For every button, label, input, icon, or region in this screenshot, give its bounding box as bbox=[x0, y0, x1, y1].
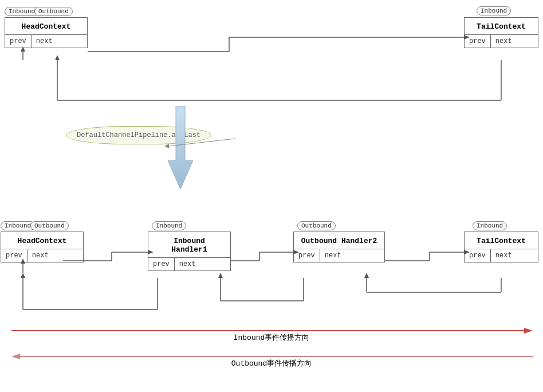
outbound-handler2: Outbound Handler2 prev next bbox=[293, 232, 385, 262]
top-head-context: HeadContext prev next bbox=[5, 17, 88, 48]
top-tail-prev: prev bbox=[465, 35, 491, 48]
svg-marker-8 bbox=[55, 55, 60, 60]
down-arrow bbox=[163, 106, 198, 192]
bot-tail-next: next bbox=[491, 249, 517, 262]
inbound-handler1: InboundHandler1 prev next bbox=[148, 232, 231, 271]
inbound-handler1-next: next bbox=[175, 258, 200, 271]
outbound-handler2-title: Outbound Handler2 bbox=[294, 232, 384, 249]
outbound-handler2-prev: prev bbox=[294, 249, 320, 262]
diagram: Inbound Outbound Inbound HeadContext pre… bbox=[0, 0, 543, 392]
bot-mid-inbound-tag: Inbound bbox=[152, 221, 186, 230]
svg-marker-30 bbox=[218, 273, 223, 278]
top-tail-context: TailContext prev next bbox=[464, 17, 538, 48]
inbound-handler1-prev: prev bbox=[148, 258, 175, 271]
svg-marker-0 bbox=[168, 106, 193, 189]
bot-mid-outbound-tag: Outbound bbox=[297, 221, 336, 230]
bot-tail-prev: prev bbox=[465, 249, 491, 262]
bot-outbound-tag: Outbound bbox=[30, 221, 69, 230]
bot-head-context-title: HeadContext bbox=[1, 232, 83, 249]
top-tail-context-title: TailContext bbox=[465, 18, 538, 35]
top-head-context-title: HeadContext bbox=[5, 18, 87, 35]
top-head-prev: prev bbox=[5, 35, 32, 48]
top-right-inbound-tag: Inbound bbox=[477, 6, 511, 15]
inbound-handler1-title: InboundHandler1 bbox=[148, 232, 230, 258]
bot-head-next: next bbox=[27, 249, 53, 262]
top-head-next: next bbox=[32, 35, 57, 48]
bot-tail-context: TailContext prev next bbox=[464, 232, 538, 262]
inbound-direction-label: Inbound事件传播方向 bbox=[0, 332, 543, 343]
svg-marker-34 bbox=[21, 273, 25, 278]
bot-head-prev: prev bbox=[1, 249, 27, 262]
top-outbound-tag: Outbound bbox=[34, 7, 73, 16]
top-tail-next: next bbox=[491, 35, 517, 48]
bot-tail-context-title: TailContext bbox=[465, 232, 538, 249]
outbound-direction-label: Outbound事件传播方向 bbox=[0, 358, 543, 369]
svg-marker-26 bbox=[364, 273, 369, 278]
bot-head-context: HeadContext prev next bbox=[1, 232, 84, 262]
bot-right-inbound-tag: Inbound bbox=[473, 221, 507, 230]
outbound-handler2-next: next bbox=[320, 249, 346, 262]
